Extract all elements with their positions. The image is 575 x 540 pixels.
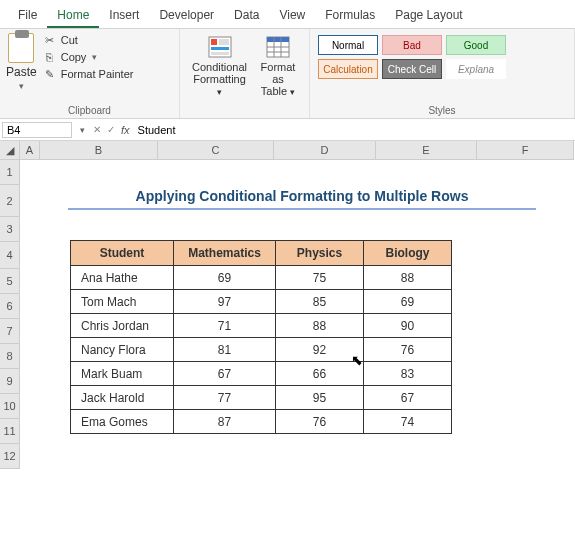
table-row[interactable]: Chris Jordan718890 [71, 314, 452, 338]
table-cell[interactable]: Ana Hathe [71, 266, 174, 290]
style-calculation[interactable]: Calculation [318, 59, 378, 79]
svg-rect-6 [267, 37, 289, 42]
table-row[interactable]: Ema Gomes877674 [71, 410, 452, 434]
tab-home[interactable]: Home [47, 4, 99, 28]
table-cell[interactable]: 95 [276, 386, 364, 410]
chevron-down-icon[interactable]: ▾ [80, 125, 85, 135]
conditional-formatting-button[interactable]: ConditionalFormatting ▾ [186, 33, 253, 100]
style-normal[interactable]: Normal [318, 35, 378, 55]
table-cell[interactable]: 67 [174, 362, 276, 386]
col-header[interactable]: F [477, 141, 574, 160]
row-header[interactable]: 9 [0, 369, 20, 394]
col-header[interactable]: D [274, 141, 376, 160]
group-styles-buttons: ConditionalFormatting ▾ Format asTable ▾ [180, 29, 310, 118]
table-cell[interactable]: Chris Jordan [71, 314, 174, 338]
table-row[interactable]: Nancy Flora819276 [71, 338, 452, 362]
table-header[interactable]: Physics [276, 241, 364, 266]
name-box[interactable] [2, 122, 72, 138]
table-cell[interactable]: 81 [174, 338, 276, 362]
table-cell[interactable]: 97 [174, 290, 276, 314]
table-cell[interactable]: Tom Mach [71, 290, 174, 314]
tab-insert[interactable]: Insert [99, 4, 149, 28]
table-cell[interactable]: 90 [364, 314, 452, 338]
table-cell[interactable]: 87 [174, 410, 276, 434]
table-cell[interactable]: 71 [174, 314, 276, 338]
table-cell[interactable]: 83 [364, 362, 452, 386]
col-header[interactable]: E [376, 141, 477, 160]
table-cell[interactable]: 76 [364, 338, 452, 362]
table-row[interactable]: Mark Buam676683 [71, 362, 452, 386]
table-header[interactable]: Mathematics [174, 241, 276, 266]
check-icon[interactable]: ✓ [107, 124, 115, 135]
row-header[interactable]: 10 [0, 394, 20, 419]
table-cell[interactable]: 75 [276, 266, 364, 290]
table-cell[interactable]: Nancy Flora [71, 338, 174, 362]
table-row[interactable]: Jack Harold779567 [71, 386, 452, 410]
format-as-table-button[interactable]: Format asTable ▾ [253, 33, 303, 100]
table-cell[interactable]: 77 [174, 386, 276, 410]
row-header[interactable]: 2 [0, 185, 20, 217]
row-header[interactable]: 4 [0, 242, 20, 269]
tab-file[interactable]: File [8, 4, 47, 28]
tab-developer[interactable]: Developer [149, 4, 224, 28]
row-header[interactable]: 8 [0, 344, 20, 369]
table-cell[interactable]: 76 [276, 410, 364, 434]
table-cell[interactable]: 69 [174, 266, 276, 290]
tab-view[interactable]: View [269, 4, 315, 28]
table-cell[interactable]: Mark Buam [71, 362, 174, 386]
row-header[interactable]: 7 [0, 319, 20, 344]
paste-icon [8, 33, 34, 63]
worksheet[interactable]: ◢ A B C D E F 1 2 3 4 5 6 7 8 9 10 11 12… [0, 141, 575, 480]
table-cell[interactable]: 85 [276, 290, 364, 314]
row-header[interactable]: 1 [0, 160, 20, 185]
group-label-clipboard: Clipboard [6, 103, 173, 116]
group-clipboard: Paste ▾ ✂Cut ⎘Copy▾ ✎Format Painter Clip… [0, 29, 180, 118]
table-cell[interactable]: 67 [364, 386, 452, 410]
table-cell[interactable]: 92 [276, 338, 364, 362]
svg-rect-4 [211, 52, 229, 55]
copy-label: Copy [61, 51, 87, 63]
page-title: Applying Conditional Formatting to Multi… [68, 188, 536, 210]
style-good[interactable]: Good [446, 35, 506, 55]
style-bad[interactable]: Bad [382, 35, 442, 55]
select-all-corner[interactable]: ◢ [0, 141, 20, 160]
table-cell[interactable]: 69 [364, 290, 452, 314]
row-header[interactable]: 3 [0, 217, 20, 242]
table-cell[interactable]: Ema Gomes [71, 410, 174, 434]
style-explanatory[interactable]: Explana [446, 59, 506, 79]
paste-label: Paste [6, 65, 37, 79]
chevron-down-icon: ▾ [19, 81, 24, 91]
format-painter-label: Format Painter [61, 68, 134, 80]
group-styles: Normal Bad Good Calculation Check Cell E… [310, 29, 575, 118]
paste-button[interactable]: Paste ▾ [6, 33, 37, 91]
col-header[interactable]: B [40, 141, 158, 160]
chevron-down-icon: ▾ [92, 52, 97, 62]
table-row[interactable]: Ana Hathe697588 [71, 266, 452, 290]
col-header[interactable]: C [158, 141, 274, 160]
row-header[interactable]: 5 [0, 269, 20, 294]
col-header[interactable]: A [20, 141, 40, 160]
table-row[interactable]: Tom Mach978569 [71, 290, 452, 314]
row-header[interactable]: 12 [0, 444, 20, 469]
copy-button[interactable]: ⎘Copy▾ [43, 50, 134, 64]
cut-button[interactable]: ✂Cut [43, 33, 134, 47]
table-cell[interactable]: Jack Harold [71, 386, 174, 410]
table-header[interactable]: Student [71, 241, 174, 266]
tab-data[interactable]: Data [224, 4, 269, 28]
row-header[interactable]: 11 [0, 419, 20, 444]
table-cell[interactable]: 88 [276, 314, 364, 338]
style-check-cell[interactable]: Check Cell [382, 59, 442, 79]
format-painter-button[interactable]: ✎Format Painter [43, 67, 134, 81]
table-header[interactable]: Biology [364, 241, 452, 266]
tab-page-layout[interactable]: Page Layout [385, 4, 472, 28]
fx-icon[interactable]: fx [121, 124, 130, 136]
cancel-icon[interactable]: ✕ [93, 124, 101, 135]
table-cell[interactable]: 88 [364, 266, 452, 290]
tab-formulas[interactable]: Formulas [315, 4, 385, 28]
group-label-empty [186, 114, 303, 116]
group-label-styles: Styles [316, 103, 568, 116]
table-cell[interactable]: 74 [364, 410, 452, 434]
formula-input[interactable] [136, 122, 573, 138]
table-cell[interactable]: 66 [276, 362, 364, 386]
row-header[interactable]: 6 [0, 294, 20, 319]
